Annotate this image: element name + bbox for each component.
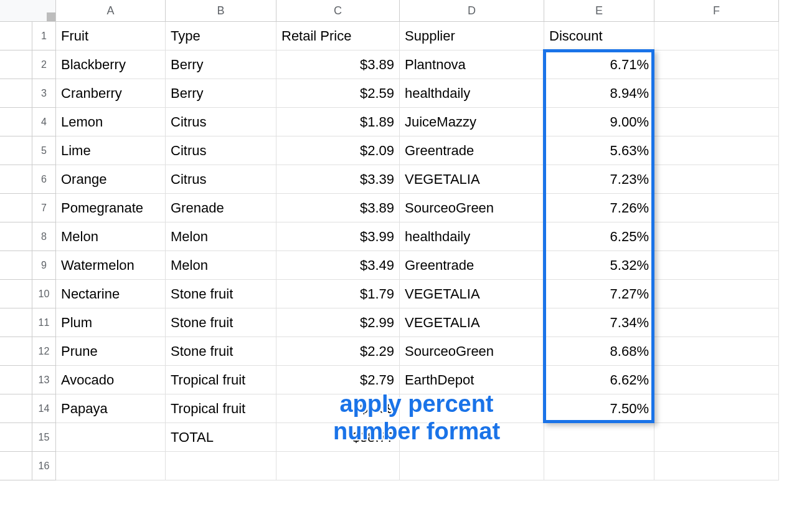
cell-blank[interactable] [654, 194, 779, 222]
header-cell-blank-5[interactable] [654, 22, 779, 50]
cell-supplier[interactable]: VEGETALIA [400, 308, 544, 337]
cell-blank[interactable] [654, 136, 779, 165]
header-cell-supplier[interactable]: Supplier [400, 22, 544, 50]
cell-blank[interactable] [654, 108, 779, 136]
cell-blank[interactable] [654, 452, 779, 480]
cell-blank[interactable] [654, 337, 779, 366]
cell-blank[interactable] [166, 452, 276, 480]
cell-type[interactable]: Berry [166, 50, 276, 79]
cell-type[interactable]: Melon [166, 251, 276, 280]
cell-supplier[interactable]: EarthDepot [400, 366, 544, 394]
cell-supplier[interactable]: VEGETALIA [400, 280, 544, 308]
cell-discount[interactable]: 6.25% [544, 222, 654, 251]
cell-blank[interactable] [544, 452, 654, 480]
cell-discount[interactable]: 7.27% [544, 280, 654, 308]
column-header-d[interactable]: D [400, 0, 544, 22]
cell-supplier[interactable]: Greentrade [400, 136, 544, 165]
cell-blank[interactable] [654, 308, 779, 337]
row-header-7[interactable]: 7 [32, 194, 56, 222]
cell-discount[interactable]: 9.00% [544, 108, 654, 136]
cell-type[interactable]: Grenade [166, 194, 276, 222]
cell-discount[interactable]: 7.50% [544, 394, 654, 423]
cell-blank[interactable] [654, 79, 779, 108]
row-header-16[interactable]: 16 [32, 452, 56, 480]
row-header-15[interactable]: 15 [32, 423, 56, 452]
cell-supplier[interactable]: VEGETALIA [400, 165, 544, 194]
cell-discount[interactable]: 5.32% [544, 251, 654, 280]
cell-fruit[interactable]: Orange [56, 165, 166, 194]
header-cell-type[interactable]: Type [166, 22, 276, 50]
cell-blank[interactable] [654, 280, 779, 308]
column-header-c[interactable]: C [276, 0, 400, 22]
cell-discount[interactable]: 8.68% [544, 337, 654, 366]
cell-type[interactable]: Citrus [166, 165, 276, 194]
cell-fruit[interactable]: Blackberry [56, 50, 166, 79]
cell-type[interactable]: Stone fruit [166, 308, 276, 337]
cell-blank[interactable] [276, 452, 400, 480]
cell-fruit[interactable]: Nectarine [56, 280, 166, 308]
cell-blank[interactable] [654, 423, 779, 452]
row-header-9[interactable]: 9 [32, 251, 56, 280]
cell-price[interactable]: $2.29 [276, 337, 400, 366]
cell-discount[interactable]: 7.23% [544, 165, 654, 194]
row-header-3[interactable]: 3 [32, 79, 56, 108]
cell-type[interactable]: Citrus [166, 108, 276, 136]
cell-type[interactable]: Citrus [166, 136, 276, 165]
column-header-e[interactable]: E [544, 0, 654, 22]
cell-price[interactable]: $3.49 [276, 251, 400, 280]
row-header-12[interactable]: 12 [32, 337, 56, 366]
row-header-10[interactable]: 10 [32, 280, 56, 308]
cell-fruit[interactable]: Avocado [56, 366, 166, 394]
cell-price[interactable]: $2.09 [276, 136, 400, 165]
cell-blank[interactable] [654, 366, 779, 394]
cell-blank[interactable] [544, 423, 654, 452]
cell-price[interactable]: $2.59 [276, 79, 400, 108]
cell-blank[interactable] [400, 423, 544, 452]
cell-price[interactable]: $3.89 [276, 194, 400, 222]
cell-blank[interactable] [654, 251, 779, 280]
cell-price[interactable]: $3.99 [276, 222, 400, 251]
cell-fruit[interactable]: Cranberry [56, 79, 166, 108]
total-value[interactable]: $38.77 [276, 423, 400, 452]
cell-blank[interactable] [654, 394, 779, 423]
cell-supplier[interactable]: JuiceMazzy [400, 108, 544, 136]
cell-price[interactable]: $3.89 [276, 50, 400, 79]
column-header-f[interactable]: F [654, 0, 779, 22]
cell-price[interactable]: $2.99 [276, 308, 400, 337]
cell-price[interactable]: $2.79 [276, 366, 400, 394]
cell-type[interactable]: Berry [166, 79, 276, 108]
row-header-4[interactable]: 4 [32, 108, 56, 136]
cell-price[interactable]: $1.89 [276, 108, 400, 136]
row-header-13[interactable]: 13 [32, 366, 56, 394]
header-cell-retail-price[interactable]: Retail Price [276, 22, 400, 50]
cell-price[interactable]: $1.79 [276, 280, 400, 308]
cell-supplier[interactable]: SourceoGreen [400, 337, 544, 366]
cell-discount[interactable]: 5.63% [544, 136, 654, 165]
row-header-11[interactable]: 11 [32, 308, 56, 337]
row-header-14[interactable]: 14 [32, 394, 56, 423]
cell-type[interactable]: Stone fruit [166, 337, 276, 366]
cell-blank[interactable] [654, 222, 779, 251]
cell-fruit[interactable]: Prune [56, 337, 166, 366]
cell-type[interactable]: Melon [166, 222, 276, 251]
select-all-corner[interactable] [0, 0, 56, 22]
cell-discount[interactable]: 8.94% [544, 79, 654, 108]
cell-fruit[interactable]: Lime [56, 136, 166, 165]
cell-supplier[interactable]: healthdaily [400, 222, 544, 251]
cell-supplier[interactable] [400, 394, 544, 423]
cell-supplier[interactable]: Plantnova [400, 50, 544, 79]
column-header-a[interactable]: A [56, 0, 166, 22]
cell-fruit[interactable]: Plum [56, 308, 166, 337]
cell-blank[interactable] [56, 423, 166, 452]
cell-type[interactable]: Tropical fruit [166, 394, 276, 423]
row-header-8[interactable]: 8 [32, 222, 56, 251]
cell-fruit[interactable]: Watermelon [56, 251, 166, 280]
cell-price[interactable]: $1.69 [276, 394, 400, 423]
row-header-6[interactable]: 6 [32, 165, 56, 194]
cell-fruit[interactable]: Melon [56, 222, 166, 251]
cell-discount[interactable]: 7.26% [544, 194, 654, 222]
total-label[interactable]: TOTAL [166, 423, 276, 452]
cell-type[interactable]: Tropical fruit [166, 366, 276, 394]
cell-discount[interactable]: 6.71% [544, 50, 654, 79]
cell-discount[interactable]: 7.34% [544, 308, 654, 337]
